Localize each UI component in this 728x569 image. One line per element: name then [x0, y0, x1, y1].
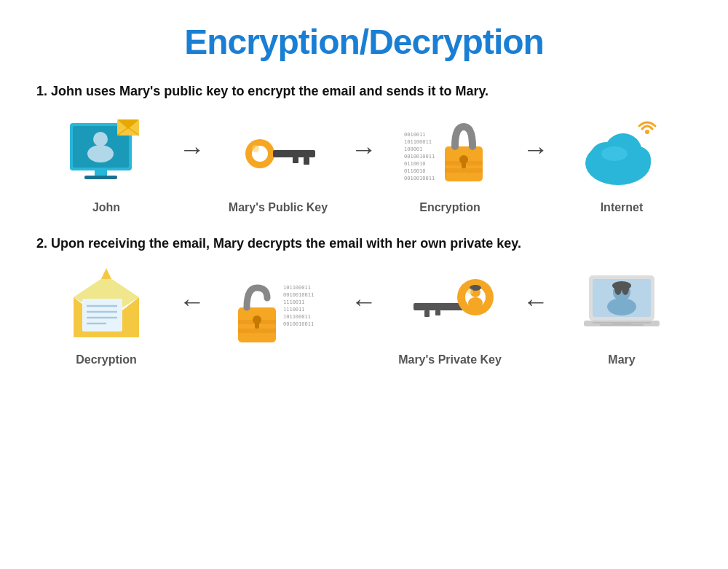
arrow1: → [179, 134, 205, 165]
svg-rect-59 [424, 310, 430, 317]
internet-icon [578, 114, 665, 194]
page-container: Encryption/Decryption 1. John uses Mary'… [0, 0, 728, 388]
decryption-lock-icon: 101100011 0010010011 1110011 1110011 101… [231, 272, 325, 353]
svg-text:0110010: 0110010 [404, 168, 426, 174]
svg-rect-36 [82, 299, 122, 331]
svg-point-65 [607, 298, 636, 315]
marys-public-key-label: Mary's Public Key [229, 201, 328, 214]
encryption-item: 0010011 101100011 100001 0010010011 0110… [377, 114, 523, 214]
email-icon [66, 266, 146, 346]
arrow6: ← [523, 286, 549, 317]
mary-label: Mary [608, 353, 635, 366]
svg-text:100001: 100001 [404, 146, 422, 152]
encryption-icon: 0010011 101100011 100001 0010010011 0110… [403, 114, 497, 194]
john-icon [63, 114, 150, 194]
svg-text:101100011: 101100011 [283, 314, 311, 320]
arrow5: ← [351, 286, 377, 317]
svg-rect-27 [462, 161, 466, 168]
svg-text:0010010011: 0010010011 [283, 292, 314, 298]
svg-rect-13 [304, 157, 309, 165]
svg-text:1110011: 1110011 [283, 307, 305, 313]
svg-text:0010010011: 0010010011 [283, 321, 314, 327]
svg-rect-72 [612, 322, 631, 325]
svg-text:0010011: 0010011 [404, 132, 426, 138]
john-item: John [33, 114, 179, 214]
arrow4: ← [179, 286, 205, 317]
svg-rect-25 [445, 168, 483, 173]
decryption-lock-item: 101100011 0010010011 1110011 1110011 101… [205, 272, 351, 360]
svg-rect-4 [95, 170, 107, 176]
mary-item: Mary [549, 266, 695, 366]
svg-text:1110011: 1110011 [283, 299, 305, 305]
svg-point-57 [468, 297, 483, 309]
svg-point-33 [601, 146, 628, 161]
step1-description: 1. John uses Mary's public key to encryp… [29, 84, 699, 99]
svg-text:101100011: 101100011 [404, 139, 432, 145]
step2-description: 2. Upon receiving the email, Mary decryp… [29, 236, 699, 251]
marys-private-key-label: Mary's Private Key [398, 353, 502, 366]
step2-flow: Decryption ← 101100011 0010010011 111001… [29, 266, 699, 366]
svg-rect-12 [273, 150, 315, 157]
internet-item: Internet [549, 114, 695, 214]
step1-flow: John → Mary's Public K [29, 114, 699, 214]
decryption-label: Decryption [76, 353, 137, 366]
svg-text:0010010011: 0010010011 [404, 154, 435, 160]
svg-point-2 [93, 132, 108, 146]
marys-public-key-icon [238, 114, 318, 194]
svg-point-32 [625, 146, 651, 173]
marys-private-key-icon [406, 266, 494, 346]
svg-point-67 [614, 282, 622, 295]
internet-label: Internet [601, 201, 644, 214]
encryption-label: Encryption [419, 201, 480, 214]
marys-public-key-item: Mary's Public Key [205, 114, 351, 214]
main-title: Encryption/Decryption [29, 22, 699, 62]
arrow3: → [523, 134, 549, 165]
svg-marker-41 [101, 268, 111, 279]
svg-text:0110010: 0110010 [404, 161, 426, 167]
svg-text:101100011: 101100011 [283, 285, 311, 291]
mary-icon [578, 266, 665, 346]
svg-point-15 [252, 145, 259, 152]
svg-rect-60 [435, 310, 440, 315]
svg-point-3 [87, 145, 114, 162]
svg-point-28 [645, 130, 649, 134]
svg-rect-5 [84, 176, 117, 179]
arrow2: → [351, 134, 377, 165]
svg-point-61 [467, 289, 473, 294]
svg-point-68 [622, 282, 629, 295]
svg-rect-14 [293, 157, 298, 163]
svg-rect-50 [238, 329, 276, 333]
svg-text:0010010011: 0010010011 [404, 176, 435, 181]
marys-private-key-item: Mary's Private Key [377, 266, 523, 366]
svg-rect-52 [255, 321, 259, 329]
email-item: Decryption [33, 266, 179, 366]
john-label: John [92, 201, 120, 214]
